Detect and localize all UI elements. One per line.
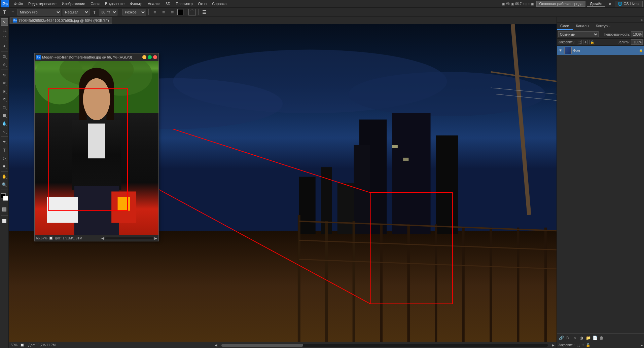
- layer-item-background[interactable]: 👁 Фон 🔒: [557, 46, 644, 55]
- add-mask-btn[interactable]: ○: [572, 335, 578, 341]
- expand-btn[interactable]: »: [641, 343, 643, 347]
- toggle-panels-btn[interactable]: ☰: [201, 9, 208, 15]
- text-orientation-icon[interactable]: ⊤: [9, 9, 16, 15]
- bg-scroll-arrow-right[interactable]: ▶: [552, 343, 554, 347]
- fill-input[interactable]: [631, 39, 643, 45]
- lock-icon-1[interactable]: ⬚: [577, 343, 580, 347]
- path-select-tool[interactable]: ▷: [1, 154, 8, 162]
- panel-lock-row: Закрепить: ⬚ ✛ 🔒 Залить:: [557, 39, 644, 46]
- menu-select[interactable]: Выделение: [103, 1, 127, 6]
- menu-3d[interactable]: 3D: [163, 1, 173, 6]
- blend-mode-select[interactable]: Обычные: [558, 31, 599, 37]
- history-brush-tool[interactable]: ↺: [1, 95, 8, 103]
- svg-rect-44: [88, 123, 105, 158]
- menu-image[interactable]: Изображение: [60, 1, 87, 6]
- background-color[interactable]: [3, 196, 8, 201]
- delete-layer-btn[interactable]: 🗑: [599, 335, 605, 341]
- warp-text-btn[interactable]: ⌒: [188, 9, 196, 15]
- shape-tool[interactable]: ■: [1, 162, 8, 170]
- add-adjustment-btn[interactable]: ◑: [578, 335, 584, 341]
- menu-view[interactable]: Просмотр: [173, 1, 195, 6]
- crop-tool[interactable]: ⊡: [1, 53, 8, 60]
- selection-tool[interactable]: ⬚: [1, 26, 8, 34]
- move-tool[interactable]: ↖: [1, 18, 8, 26]
- text-tool[interactable]: T: [1, 146, 8, 154]
- zoom-tool[interactable]: 🔍: [1, 181, 8, 188]
- add-style-btn[interactable]: fx: [565, 335, 571, 341]
- add-layer-btn[interactable]: 📄: [592, 335, 598, 341]
- panel-collapse-btn[interactable]: «: [641, 17, 643, 22]
- lock-icon-3[interactable]: 🔒: [586, 343, 591, 347]
- eyedropper-tool[interactable]: 🖊: [1, 61, 8, 68]
- layer-visibility-toggle[interactable]: 👁: [558, 48, 563, 53]
- workspace-design-btn[interactable]: Дизайн: [587, 1, 605, 7]
- tool-sep-1: [1, 51, 8, 51]
- hand-tool[interactable]: ✋: [1, 173, 8, 180]
- menu-layers[interactable]: Слои: [88, 1, 102, 6]
- menu-analysis[interactable]: Анализ: [145, 1, 163, 6]
- tab-channels[interactable]: Каналы: [573, 23, 593, 30]
- antialiasing-select[interactable]: Резкое: [122, 9, 146, 15]
- quick-mask-btn[interactable]: [1, 205, 8, 214]
- panel-tabs: Слои Каналы Контуры: [557, 23, 644, 30]
- bg-hscroll-track[interactable]: [221, 344, 548, 347]
- lock-icon-2[interactable]: ✛: [581, 343, 584, 347]
- tool-sep-6: [1, 216, 8, 216]
- dodge-tool[interactable]: ○: [1, 128, 8, 135]
- text-tool-icon[interactable]: T: [1, 9, 8, 15]
- add-group-btn[interactable]: 📁: [585, 335, 591, 341]
- font-size-icon: T: [91, 9, 98, 15]
- pen-tool[interactable]: ✒: [1, 138, 8, 146]
- lock-position-btn[interactable]: ✛: [583, 40, 588, 44]
- maximize-btn[interactable]: [148, 55, 152, 59]
- svg-rect-48: [47, 197, 78, 223]
- menu-window[interactable]: Окно: [196, 1, 209, 6]
- magic-wand-tool[interactable]: ✦: [1, 42, 8, 50]
- font-style-select[interactable]: Regular: [63, 9, 90, 15]
- eraser-tool[interactable]: ◻: [1, 104, 8, 111]
- lock-pixels-btn[interactable]: ⬚: [577, 40, 582, 44]
- text-color-swatch[interactable]: [177, 9, 183, 15]
- layer-lock-icon: 🔒: [639, 49, 643, 52]
- link-layers-btn[interactable]: 🔗: [558, 335, 564, 341]
- tab-paths[interactable]: Контуры: [593, 23, 614, 30]
- small-zoom-value: 66,67%: [36, 236, 47, 240]
- workspace-main-btn[interactable]: Основная рабочая среда: [536, 1, 586, 7]
- options-sep-1: [120, 9, 120, 15]
- gradient-tool[interactable]: ▦: [1, 112, 8, 119]
- font-family-select[interactable]: Minion Pro: [17, 9, 61, 15]
- opacity-input[interactable]: [631, 31, 643, 37]
- svg-rect-1: [9, 231, 557, 342]
- small-doc-title: Megan-Fox-transformers-leather.jpg @ 66,…: [42, 55, 141, 59]
- small-zoom-icon: 🔲: [49, 236, 53, 240]
- bg-doc-tab[interactable]: Ps 79084fb926582a462410107b90b.jpg @ 50%…: [10, 17, 112, 24]
- stamp-tool[interactable]: ⎘: [1, 87, 8, 95]
- blur-tool[interactable]: 💧: [1, 120, 8, 127]
- bg-doc-tab-title: 79084fb926582a462410107b90b.jpg @ 50% (R…: [19, 18, 109, 23]
- tab-layers[interactable]: Слои: [557, 23, 573, 30]
- align-right-btn[interactable]: ≡: [169, 9, 176, 15]
- lasso-tool[interactable]: ⌒: [1, 34, 8, 42]
- heal-tool[interactable]: ⊕: [1, 71, 8, 79]
- align-left-btn[interactable]: ≡: [151, 9, 158, 15]
- minimize-btn[interactable]: [142, 55, 146, 59]
- cs-live-btn[interactable]: 🌐 CS Live »: [615, 1, 643, 7]
- small-scroll-arrow-left[interactable]: ◀: [101, 236, 104, 240]
- menu-filter[interactable]: Фильтр: [128, 1, 145, 6]
- align-center-btn[interactable]: ≡: [160, 9, 167, 15]
- bg-scroll-arrow-left[interactable]: ◀: [215, 343, 217, 347]
- expand-workspaces-btn[interactable]: »: [607, 1, 613, 6]
- tool-sep-2: [1, 70, 8, 70]
- svg-rect-47: [118, 197, 130, 210]
- toolbar-mode-icon: ▣ Mb ▣ 66.7 ▪ ⊞ ▪ ▣: [502, 2, 534, 6]
- font-size-select[interactable]: 36 пт: [99, 9, 117, 15]
- small-scroll-arrow-right[interactable]: ▶: [154, 236, 157, 240]
- menu-help[interactable]: Справка: [210, 1, 229, 6]
- menu-edit[interactable]: Редактирование: [26, 1, 59, 6]
- menu-file[interactable]: Файл: [11, 1, 25, 6]
- small-hscroll-track[interactable]: [105, 237, 153, 239]
- lock-all-btn[interactable]: 🔒: [589, 40, 595, 44]
- close-btn[interactable]: [153, 55, 157, 59]
- screen-mode-btn[interactable]: ⬜: [1, 217, 8, 225]
- brush-tool[interactable]: ✏: [1, 79, 8, 87]
